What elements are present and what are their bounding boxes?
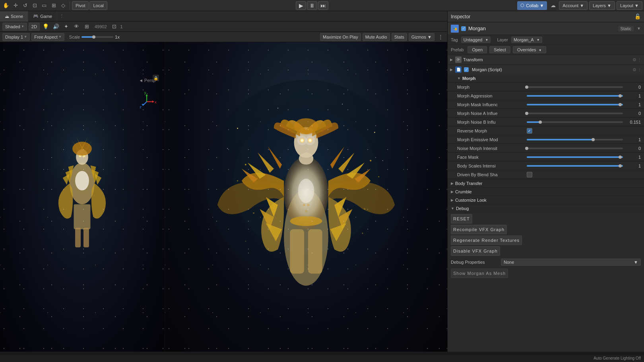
- 2d-button[interactable]: 2D: [29, 23, 40, 31]
- crumble-section[interactable]: ▶ Crumble: [448, 188, 644, 196]
- display-dropdown[interactable]: Display 1 ▼: [2, 33, 30, 41]
- face-mask-thumb[interactable]: [619, 156, 622, 159]
- audio-toggle-icon[interactable]: 🔊: [52, 22, 60, 31]
- grid-toggle-icon[interactable]: ⊞: [83, 22, 91, 31]
- stats-btn[interactable]: Stats: [392, 33, 407, 41]
- prop-noise-morph-intensity: Noise Morph Intensit 0: [448, 144, 644, 153]
- aspect-dropdown[interactable]: Free Aspect ▼: [31, 33, 64, 41]
- morph-section-header[interactable]: ▼ Morph: [448, 74, 644, 83]
- tag-dropdown[interactable]: Untagged ▼: [461, 37, 491, 43]
- morph-emissive-slider[interactable]: [527, 139, 623, 140]
- scene-viewport[interactable]: ◄ Persp 🔒: [0, 42, 165, 352]
- shaded-dropdown[interactable]: Shaded ▼: [2, 23, 27, 31]
- move-tool-icon[interactable]: ✛: [11, 1, 20, 10]
- light-toggle-icon[interactable]: 💡: [41, 22, 50, 31]
- transform-more-icon[interactable]: ⋮: [637, 57, 642, 62]
- morph-noise-b-value: 0.151: [623, 120, 641, 125]
- scale-slider[interactable]: [81, 36, 113, 38]
- morph-mask-thumb[interactable]: [619, 103, 622, 106]
- prefab-overrides-btn[interactable]: Overrides ▼: [513, 46, 546, 53]
- debug-section[interactable]: ▼ Debug: [448, 204, 644, 213]
- prop-body-scales: Body Scales Intensi 1: [448, 162, 644, 170]
- cloud-icon[interactable]: ☁: [549, 1, 557, 10]
- morph-mask-slider[interactable]: [527, 104, 623, 105]
- play-button[interactable]: ▶: [296, 1, 306, 10]
- transform-settings-icon[interactable]: ⚙: [632, 57, 636, 62]
- morph-slider-thumb[interactable]: [525, 86, 528, 89]
- account-button[interactable]: Account ▼: [559, 1, 588, 10]
- scene-tab[interactable]: ⛰ Scene: [0, 11, 28, 21]
- prefab-select-btn[interactable]: Select: [489, 46, 510, 53]
- collab-button[interactable]: ⬡ Collab ▼: [517, 1, 547, 10]
- regenerate-textures-button[interactable]: Regenerate Render Textures: [451, 235, 522, 245]
- transform-tool-icon[interactable]: ⊞: [49, 1, 58, 10]
- script-header[interactable]: ▶ 📄 ✓ Morgan (Script) ⚙ ⋮: [448, 65, 644, 74]
- morph-noise-a-slider[interactable]: [527, 113, 623, 114]
- inspector-scroll[interactable]: 🎭 ✓ Morgan Static ▼ Tag Untagged ▼ Layer…: [448, 22, 644, 352]
- noise-morph-slider[interactable]: [527, 148, 623, 149]
- pivot-button[interactable]: Pivot: [72, 1, 89, 10]
- auto-generate-label: Auto Generate Lighting Off: [594, 356, 641, 360]
- pause-button[interactable]: ⏸: [307, 1, 317, 10]
- local-button[interactable]: Local: [89, 1, 107, 10]
- script-more-icon[interactable]: ⋮: [637, 67, 642, 72]
- customize-look-section[interactable]: ▶ Customize Look: [448, 196, 644, 204]
- body-scales-thumb[interactable]: [619, 164, 622, 167]
- driven-blend-checkbox[interactable]: [527, 172, 532, 177]
- reset-button[interactable]: RESET: [451, 214, 472, 224]
- layout-button[interactable]: Layout ▼: [617, 1, 642, 10]
- custom-tool-icon[interactable]: ◇: [59, 1, 68, 10]
- morph-emissive-slider-container[interactable]: [527, 139, 623, 140]
- morph-noise-b-slider[interactable]: [527, 121, 623, 123]
- reverse-morph-checkbox[interactable]: ✓: [527, 128, 532, 134]
- body-scales-slider-container[interactable]: [527, 165, 623, 167]
- script-settings-icon[interactable]: ⚙: [632, 67, 636, 72]
- static-arrow[interactable]: ▼: [637, 26, 641, 31]
- view-tab-more[interactable]: ⋮: [57, 14, 66, 19]
- maximize-btn[interactable]: Maximize On Play: [320, 33, 361, 41]
- morph-aggression-thumb[interactable]: [619, 94, 622, 97]
- morph-noise-b-slider-container[interactable]: [527, 121, 623, 123]
- object-active-checkbox[interactable]: ✓: [461, 26, 466, 31]
- hand-tool-icon[interactable]: ✋: [2, 1, 10, 10]
- step-button[interactable]: ⏭: [318, 1, 328, 10]
- noise-morph-slider-container[interactable]: [527, 148, 623, 149]
- debug-properties-dropdown[interactable]: None ▼: [501, 259, 641, 266]
- game-viewport[interactable]: [165, 42, 447, 352]
- body-scales-slider[interactable]: [527, 165, 623, 167]
- rect-tool-icon[interactable]: ▭: [40, 1, 48, 10]
- gizmos-dropdown[interactable]: Gizmos ▼: [409, 33, 435, 41]
- game-more-icon[interactable]: ⋮: [436, 33, 445, 41]
- rotate-tool-icon[interactable]: ↺: [21, 1, 29, 10]
- morph-noise-a-thumb[interactable]: [525, 112, 528, 115]
- scale-tool-icon[interactable]: ⊡: [30, 1, 39, 10]
- scale-icon[interactable]: ⊡: [110, 22, 119, 31]
- transform-header[interactable]: ▶ ⟳ Transform ⚙ ⋮: [448, 55, 644, 64]
- game-tab[interactable]: 🎮 Game: [28, 11, 57, 21]
- disable-vfx-button[interactable]: Disable VFX Graph: [451, 246, 500, 256]
- morph-aggression-slider[interactable]: [527, 95, 623, 97]
- morph-slider[interactable]: [527, 86, 623, 88]
- hidden-objects-icon[interactable]: 👁: [72, 22, 81, 31]
- driven-blend-check-container: [527, 172, 641, 177]
- recompile-vfx-button[interactable]: Recompile VFX Graph: [451, 225, 507, 234]
- noise-morph-thumb[interactable]: [525, 147, 528, 150]
- face-mask-slider[interactable]: [527, 156, 623, 158]
- scale-thumb[interactable]: [92, 35, 95, 39]
- prefab-open-btn[interactable]: Open: [467, 46, 487, 53]
- layers-button[interactable]: Layers ▼: [589, 1, 615, 10]
- layer-dropdown[interactable]: Morgan_A ▼: [511, 37, 542, 43]
- face-mask-slider-container[interactable]: [527, 156, 623, 158]
- morph-aggression-slider-container[interactable]: [527, 95, 623, 97]
- morph-noise-a-slider-container[interactable]: [527, 113, 623, 114]
- show-morgan-mesh-button[interactable]: Show Morgan As Mesh: [451, 269, 508, 278]
- morph-noise-b-thumb[interactable]: [539, 121, 542, 124]
- script-active-checkbox[interactable]: ✓: [464, 67, 469, 72]
- body-transfer-section[interactable]: ▶ Body Transfer: [448, 179, 644, 188]
- morph-mask-slider-container[interactable]: [527, 104, 623, 105]
- inspector-lock-icon[interactable]: 🔓: [634, 14, 641, 19]
- mute-btn[interactable]: Mute Audio: [363, 33, 390, 41]
- effects-toggle-icon[interactable]: ✦: [62, 22, 71, 31]
- morph-emissive-thumb[interactable]: [592, 138, 595, 141]
- morph-slider-container[interactable]: [527, 86, 623, 88]
